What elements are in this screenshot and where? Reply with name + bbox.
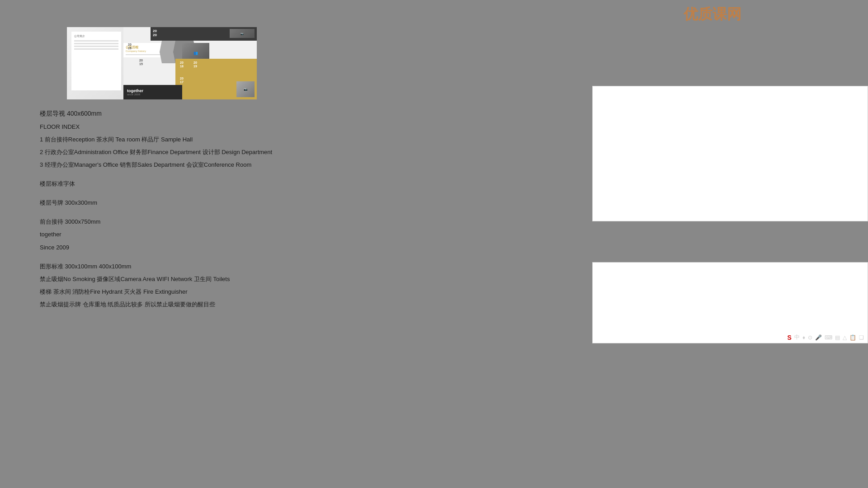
preview-doc-title: 公司简介 (74, 34, 118, 38)
photo-placeholder-1: 📷 (230, 29, 255, 38)
preview-year-2016: 2016 (128, 43, 132, 51)
spacer-1 (40, 173, 272, 179)
taskbar-icon-3: ⊙ (808, 334, 812, 341)
white-rect-bottom: S 中 ♦ ⊙ 🎤 ⌨ ▤ △ 📋 ❑ (592, 262, 868, 343)
floor-index-eng-block: FLOOR INDEX (40, 122, 272, 132)
reception-since-block: Since 2009 (40, 243, 272, 253)
taskbar-icon-1: 中 (794, 333, 800, 341)
preview-doc-line3 (74, 46, 118, 47)
preview-doc-line4 (74, 48, 118, 50)
watermark: 优质课网 (684, 5, 741, 24)
floor-font-block: 楼层标准字体 (40, 179, 272, 189)
preview-main-area: 📷 2020 公司历程 Company history 👥 (123, 27, 257, 99)
graphic-items2: 楼梯 茶水间 消防栓Fire Hydrant 灭火器 Fire Extingui… (40, 287, 272, 297)
preview-image: 公司简介 📷 2020 公司历程 Com (67, 27, 257, 99)
preview-together-text: together (127, 89, 143, 93)
graphic-note-block: 禁止吸烟提示牌 仓库重地 纸质品比较多 所以禁止吸烟要做的醒目些 (40, 300, 272, 310)
floor-index-heading: 楼层导视 400x600mm (40, 108, 272, 119)
graphic-items2-block: 楼梯 茶水间 消防栓Fire Hydrant 灭火器 Fire Extingui… (40, 287, 272, 297)
taskbar-icon-5: ⌨ (825, 334, 832, 341)
floor-sign: 楼层号牌 300x300mm (40, 198, 272, 208)
spacer-2 (40, 192, 272, 198)
floor-index-eng: FLOOR INDEX (40, 122, 272, 132)
taskbar-icon-2: ♦ (802, 334, 805, 341)
preview-doc-line1 (74, 40, 118, 42)
floor-3: 3 经理办公室Manager's Office 销售部Sales Departm… (40, 160, 272, 170)
taskbar-icons-area: S 中 ♦ ⊙ 🎤 ⌨ ▤ △ 📋 ❑ (788, 333, 864, 341)
preview-container: 公司简介 📷 2020 公司历程 Com (67, 27, 257, 99)
floor-font: 楼层标准字体 (40, 179, 272, 189)
preview-since-text: since 2008 (127, 93, 140, 96)
preview-together-bar: together since 2008 (123, 85, 182, 99)
reception-since: Since 2009 (40, 243, 272, 253)
spacer-4 (40, 255, 272, 262)
graphic-items-block: 禁止吸烟No Smoking 摄像区域Camera Area WIFI Netw… (40, 274, 272, 284)
taskbar-icon-8: 📋 (849, 334, 856, 341)
content-area: 楼层导视 400x600mm FLOOR INDEX 1 前台接待Recepti… (40, 108, 272, 312)
preview-year-2019: 2019 (193, 61, 197, 69)
floor-index-heading-block: 楼层导视 400x600mm (40, 108, 272, 119)
document-canvas: 公司简介 📷 2020 公司历程 Com (0, 0, 868, 478)
reception-together-block: together (40, 230, 272, 239)
sougou-icon: S (788, 334, 792, 341)
preview-left-panel: 公司简介 (71, 32, 121, 90)
graphic-items: 禁止吸烟No Smoking 摄像区域Camera Area WIFI Netw… (40, 274, 272, 284)
preview-doc-line2 (74, 43, 118, 44)
floor-1-block: 1 前台接待Reception 茶水间 Tea room 样品厅 Sample … (40, 135, 272, 145)
reception-heading: 前台接待 3000x750mm (40, 217, 272, 227)
graphic-note: 禁止吸烟提示牌 仓库重地 纸质品比较多 所以禁止吸烟要做的醒目些 (40, 300, 272, 310)
graphic-heading-block: 图形标准 300x100mm 400x100mm (40, 262, 272, 272)
white-rect-top (592, 86, 868, 221)
taskbar-icon-6: ▤ (835, 334, 840, 341)
reception-together: together (40, 230, 272, 239)
floor-2: 2 行政办公室Administration Office 财务部Finance … (40, 147, 272, 157)
spacer-3 (40, 211, 272, 217)
preview-gold-area: 2018 2019 2017 📷 (175, 59, 257, 99)
preview-year-2018: 2018 (180, 61, 184, 69)
floor-sign-block: 楼层号牌 300x300mm (40, 198, 272, 208)
reception-heading-block: 前台接待 3000x750mm (40, 217, 272, 227)
graphic-heading: 图形标准 300x100mm 400x100mm (40, 262, 272, 272)
preview-dark-top: 📷 2020 (151, 27, 257, 41)
preview-year-2020-top: 2020 (153, 29, 157, 37)
preview-year-2015: 2015 (139, 59, 143, 66)
preview-year-2017: 2017 (180, 77, 184, 84)
floor-3-block: 3 经理办公室Manager's Office 销售部Sales Departm… (40, 160, 272, 170)
preview-photo-gold: 📷 (236, 81, 255, 97)
gold-photo-icon: 📷 (236, 81, 255, 97)
taskbar-icon-4: 🎤 (815, 334, 822, 341)
taskbar-icon-7: △ (843, 334, 847, 341)
preview-photo-top: 📷 (230, 29, 255, 38)
floor-1: 1 前台接待Reception 茶水间 Tea room 样品厅 Sample … (40, 135, 272, 145)
taskbar-icon-9: ❑ (859, 334, 864, 341)
floor-2-block: 2 行政办公室Administration Office 财务部Finance … (40, 147, 272, 157)
